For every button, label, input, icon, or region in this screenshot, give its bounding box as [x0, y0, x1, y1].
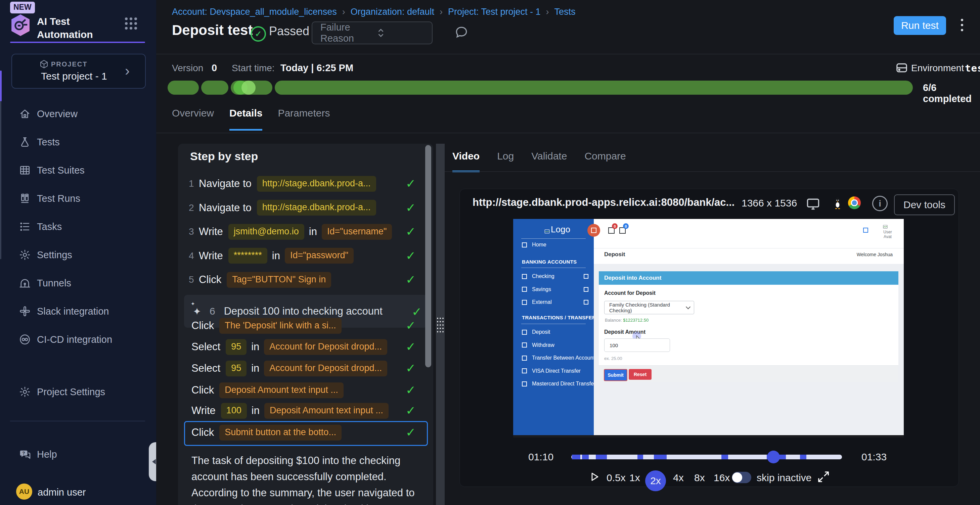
speed-2x[interactable]: 2x [645, 470, 666, 491]
bank-nav-savings[interactable]: Savings [513, 284, 594, 294]
step-row[interactable]: 1Navigate tohttp://stage.dbank.prod-a...… [178, 174, 433, 193]
video-tab-validate[interactable]: Validate [531, 151, 567, 172]
bank-nav-external[interactable]: External [513, 297, 594, 307]
more-options-icon[interactable] [961, 19, 963, 31]
progress-segment [201, 81, 228, 95]
video-timeline[interactable] [571, 455, 842, 459]
sidebar-item-project-settings[interactable]: Project Settings [0, 381, 156, 402]
tab-details[interactable]: Details [229, 108, 262, 130]
check-icon: ✓ [406, 249, 416, 263]
step-selector-chip[interactable]: The 'Deposit' link with a si... [219, 318, 341, 334]
step-selector-chip[interactable]: Deposit Amount text input ... [264, 403, 388, 419]
sidebar-collapse-handle[interactable] [149, 442, 157, 481]
step-row[interactable]: 2Navigate tohttp://stage.dbank.prod-a...… [178, 199, 433, 217]
bank-nav-transfer-between-accounts[interactable]: Transfer Between Accounts [513, 353, 594, 363]
step-row[interactable]: Select95inAccount for Deposit dropd...✓ [178, 359, 433, 378]
user-name[interactable]: admin user [38, 487, 86, 498]
balance-text: Balance: $1223712.50 [605, 318, 649, 323]
speed-0.5x[interactable]: 0.5x [606, 472, 626, 483]
step-row[interactable]: 3Writejsmith@demo.ioinId="username"✓ [178, 222, 433, 241]
failure-reason-select[interactable]: Failure Reason [312, 22, 433, 44]
deposit-amount-input[interactable]: 100 [604, 338, 670, 352]
breadcrumb-link[interactable]: Tests [554, 7, 576, 17]
speed-8x[interactable]: 8x [694, 472, 705, 483]
step-row[interactable]: ClickDeposit Amount text input ...✓ [178, 381, 433, 400]
extension-icon[interactable] [863, 228, 868, 233]
step-selector-chip[interactable]: Tag="BUTTON" Sign in [227, 272, 331, 288]
video-url: http://stage.dbank.prod-apps.relicx.ai:8… [473, 197, 735, 208]
bank-nav-visa-direct-transfer[interactable]: VISA Direct Transfer [513, 366, 594, 376]
step-row[interactable]: 5ClickTag="BUTTON" Sign in✓ [178, 270, 433, 289]
speed-16x[interactable]: 16x [714, 472, 730, 483]
video-tab-video[interactable]: Video [452, 151, 480, 172]
breadcrumb-link[interactable]: Project: Test project - 1 [448, 7, 541, 17]
info-icon[interactable]: i [872, 196, 888, 211]
sidebar-item-settings[interactable]: Settings [0, 245, 156, 265]
sidebar-item-test-runs[interactable]: Test Runs [0, 188, 156, 209]
app-switcher-icon[interactable] [125, 17, 137, 30]
sidebar-item-help[interactable]: ?Help [0, 444, 156, 465]
step-value-chip[interactable]: jsmith@demo.io [228, 224, 304, 240]
sidebar-item-overview[interactable]: Overview [0, 103, 156, 124]
account-for-deposit-select[interactable]: Family Checking (Standard Checking) [604, 301, 694, 314]
breadcrumb-link[interactable]: Organization: default [351, 7, 434, 17]
bank-submit-button[interactable]: Submit [604, 369, 627, 381]
sidebar-item-tunnels[interactable]: Tunnels [0, 273, 156, 294]
project-selector[interactable]: PROJECT Test project - 1 › [11, 54, 146, 89]
step-row[interactable]: ClickSubmit button at the botto...✓ [178, 423, 433, 442]
panel-resize-handle[interactable] [436, 144, 445, 505]
sidebar-item-ci-cd-integration[interactable]: CI-CD integration [0, 329, 156, 350]
step-selector-chip[interactable]: Id="username" [322, 224, 392, 240]
run-test-button[interactable]: Run test [894, 16, 946, 35]
step-value-chip[interactable]: 95 [226, 339, 247, 355]
sidebar-item-label: Tunnels [37, 278, 71, 289]
gear-icon [19, 249, 31, 261]
dev-tools-button[interactable]: Dev tools [894, 194, 955, 215]
bank-nav-deposit[interactable]: Deposit [513, 327, 594, 337]
step-selector-chip[interactable]: Id="password" [285, 248, 354, 264]
monitor-icon[interactable] [806, 197, 821, 211]
sidebar-item-tests[interactable]: Tests [0, 132, 156, 152]
video-tab-log[interactable]: Log [497, 151, 514, 172]
step-action: Write [199, 250, 223, 262]
step-row[interactable]: Select95inAccount for Deposit dropd...✓ [178, 337, 433, 356]
bank-reset-button[interactable]: Reset [629, 369, 652, 380]
step-selector-chip[interactable]: Account for Deposit dropd... [264, 339, 387, 355]
step-row[interactable]: Write100inDeposit Amount text input ...✓ [178, 401, 433, 420]
tab-parameters[interactable]: Parameters [278, 108, 330, 130]
speed-1x[interactable]: 1x [629, 472, 640, 483]
step-selector-chip[interactable]: Deposit Amount text input ... [219, 383, 344, 398]
bank-nav-home[interactable]: Home [513, 240, 594, 250]
play-button-icon[interactable] [589, 471, 600, 483]
skip-inactive-toggle[interactable] [732, 472, 751, 483]
step-row[interactable]: 4Write********inId="password"✓ [178, 246, 433, 265]
bank-nav-checking[interactable]: Checking [513, 271, 594, 281]
timeline-playhead[interactable] [767, 451, 780, 464]
step-value-chip[interactable]: http://stage.dbank.prod-a... [257, 176, 376, 192]
video-tab-compare[interactable]: Compare [584, 151, 626, 172]
tab-overview[interactable]: Overview [172, 108, 214, 130]
fullscreen-icon[interactable] [817, 470, 830, 483]
sidebar-item-tasks[interactable]: Tasks [0, 216, 156, 237]
sidebar-item-slack-integration[interactable]: Slack integration [0, 301, 156, 322]
avatar[interactable]: AU [16, 483, 32, 500]
bank-nav-withdraw[interactable]: Withdraw [513, 340, 594, 350]
steps-scrollbar[interactable] [425, 145, 431, 367]
square-icon [584, 274, 589, 279]
breadcrumb-link[interactable]: Account: Devspace_all_module_licenses [172, 7, 337, 17]
step-selector-chip[interactable]: Submit button at the botto... [219, 425, 342, 440]
sidebar-item-test-suites[interactable]: Test Suites [0, 160, 156, 181]
step-row[interactable]: ClickThe 'Deposit' link with a si...✓ [178, 316, 433, 335]
bank-nav-mastercard-direct-transfer[interactable]: Mastercard Direct Transfer [513, 379, 594, 389]
step-connector: in [272, 250, 280, 262]
step-value-chip[interactable]: ******** [228, 248, 267, 264]
speed-4x[interactable]: 4x [673, 472, 684, 483]
comment-icon[interactable] [454, 25, 469, 40]
bank-logo[interactable]: Logo [544, 224, 570, 235]
step-value-chip[interactable]: 95 [226, 360, 247, 376]
step-action: Navigate to [199, 202, 251, 214]
step-value-chip[interactable]: http://stage.dbank.prod-a... [257, 200, 376, 216]
step-selector-chip[interactable]: Account for Deposit dropd... [264, 360, 387, 376]
step-number: 4 [189, 251, 199, 261]
step-value-chip[interactable]: 100 [221, 403, 247, 419]
